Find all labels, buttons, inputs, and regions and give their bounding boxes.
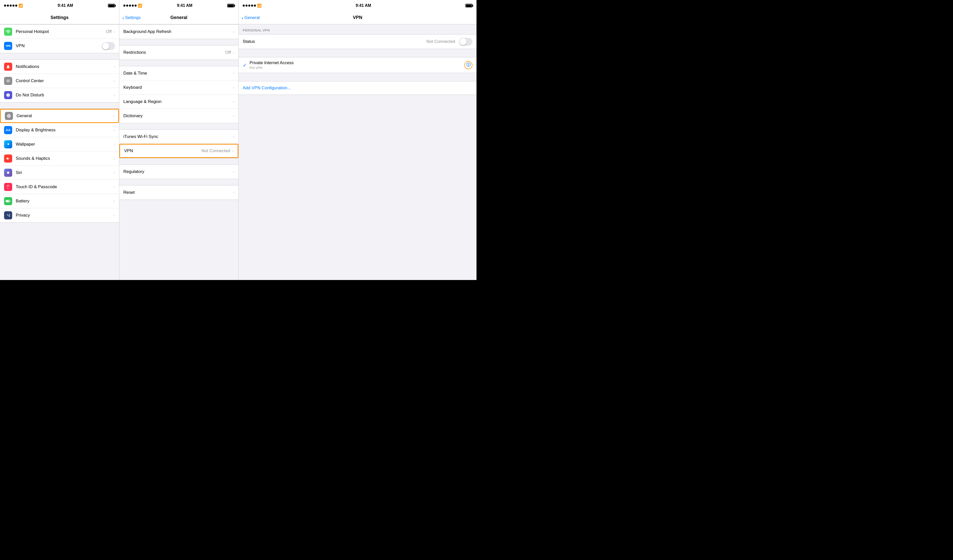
- regulatory-label: Regulatory: [123, 169, 233, 174]
- dot4: [12, 5, 14, 6]
- dot2: [7, 5, 9, 6]
- vpn-toggle[interactable]: [102, 42, 115, 50]
- date-time-label: Date & Time: [123, 71, 233, 76]
- keyboard-chevron: ›: [233, 85, 234, 90]
- itunes-wifi-item[interactable]: iTunes Wi-Fi Sync ›: [120, 130, 238, 144]
- privacy-label: Privacy: [16, 213, 114, 218]
- battery-icon-1: [108, 4, 115, 7]
- vpn-status-value: Not Connected: [427, 39, 455, 44]
- siri-item[interactable]: Siri ›: [0, 166, 119, 180]
- gdot4: [132, 5, 134, 6]
- control-center-item[interactable]: Control Center ›: [0, 74, 119, 88]
- language-region-item[interactable]: Language & Region ›: [120, 94, 238, 109]
- vpn-label: VPN: [16, 43, 100, 48]
- background-refresh-item[interactable]: Background App Refresh ›: [120, 25, 238, 39]
- settings-group-2: Notifications › Control Center › Do Not …: [0, 59, 119, 102]
- vpn-general-item[interactable]: VPN Not Connected ›: [120, 144, 238, 158]
- back-arrow-3: ‹: [242, 15, 244, 20]
- personal-hotspot-item[interactable]: Personal Hotspot Off ›: [0, 25, 119, 39]
- vpn-list[interactable]: PERSONAL VPN Status Not Connected ✓ Priv…: [239, 24, 476, 280]
- status-bar-1: 📶 9:41 AM: [0, 0, 119, 11]
- general-item[interactable]: General ›: [0, 109, 119, 123]
- back-arrow-2: ‹: [123, 15, 124, 20]
- general-group-6: Reset ›: [120, 185, 238, 200]
- status-right-1: [108, 4, 115, 7]
- siri-chevron: ›: [114, 170, 115, 175]
- battery-chevron: ›: [114, 199, 115, 203]
- add-vpn-button[interactable]: Add VPN Configuration...: [239, 81, 476, 95]
- restrictions-value: Off: [225, 50, 231, 55]
- display-label: Display & Brightness: [16, 128, 114, 133]
- vpn-status-item[interactable]: Status Not Connected: [239, 34, 476, 49]
- general-group-4: iTunes Wi-Fi Sync › VPN Not Connected ›: [120, 129, 238, 158]
- dnd-icon: [4, 91, 12, 99]
- settings-list[interactable]: Personal Hotspot Off › VPN VPN Notificat…: [0, 24, 119, 280]
- general-list[interactable]: Background App Refresh › Restrictions Of…: [120, 24, 238, 280]
- date-time-item[interactable]: Date & Time ›: [120, 66, 238, 80]
- regulatory-chevron: ›: [233, 169, 234, 174]
- notifications-item[interactable]: Notifications ›: [0, 60, 119, 74]
- vpn-back-button[interactable]: ‹ General: [242, 15, 260, 20]
- vpn-status-toggle[interactable]: [459, 38, 472, 46]
- ggap-2: [120, 60, 238, 66]
- reset-item[interactable]: Reset ›: [120, 186, 238, 200]
- battery-item[interactable]: Battery ›: [0, 194, 119, 208]
- pia-info-button[interactable]: ⓘ: [464, 61, 472, 69]
- dnd-chevron: ›: [114, 93, 115, 97]
- siri-label: Siri: [16, 170, 114, 175]
- keyboard-item[interactable]: Keyboard ›: [120, 80, 238, 94]
- settings-panel: 📶 9:41 AM Settings Personal Hotspot Off …: [0, 0, 120, 280]
- privacy-item[interactable]: Privacy ›: [0, 208, 119, 223]
- gdot5: [135, 5, 137, 6]
- wifi-icon-2: 📶: [138, 3, 142, 8]
- battery-fill-1: [109, 5, 114, 7]
- display-icon: AA: [4, 126, 12, 134]
- dnd-label: Do Not Disturb: [16, 93, 114, 97]
- general-group-2: Restrictions Off ›: [120, 45, 238, 60]
- notifications-icon: [4, 63, 12, 71]
- vdot1: [243, 5, 245, 6]
- wifi-icon-3: 📶: [257, 3, 261, 8]
- signal-dots-1: [4, 5, 17, 6]
- dot5: [15, 5, 17, 6]
- general-group-3: Date & Time › Keyboard › Language & Regi…: [120, 66, 238, 123]
- touchid-item[interactable]: Touch ID & Passcode ›: [0, 180, 119, 194]
- status-time-3: 9:41 AM: [355, 3, 371, 8]
- vpn-status-knob: [460, 38, 467, 45]
- pia-vpn-row[interactable]: ✓ Private Internet Access PIA VPN ⓘ: [239, 57, 476, 73]
- vpn-item[interactable]: VPN VPN: [0, 39, 119, 53]
- sounds-item[interactable]: Sounds & Haptics ›: [0, 152, 119, 166]
- vpn-icon: VPN: [4, 42, 12, 50]
- vpn-toggle-knob: [102, 43, 109, 50]
- signal-dots-2: [123, 5, 137, 6]
- status-bar-3: 📶 9:41 AM: [239, 0, 476, 11]
- general-back-button[interactable]: ‹ Settings: [123, 15, 141, 20]
- notifications-chevron: ›: [114, 64, 115, 69]
- general-back-label: Settings: [125, 15, 141, 20]
- display-brightness-item[interactable]: AA Display & Brightness ›: [0, 123, 119, 137]
- vdot2: [245, 5, 248, 6]
- display-chevron: ›: [114, 128, 115, 132]
- wallpaper-item[interactable]: ✦ Wallpaper ›: [0, 137, 119, 152]
- vpn-general-label: VPN: [124, 149, 201, 153]
- hotspot-label: Personal Hotspot: [16, 29, 106, 34]
- restrictions-item[interactable]: Restrictions Off ›: [120, 45, 238, 60]
- regulatory-item[interactable]: Regulatory ›: [120, 165, 238, 179]
- svg-point-0: [7, 172, 9, 174]
- status-left-3: 📶: [243, 3, 261, 8]
- wallpaper-icon: ✦: [4, 140, 12, 149]
- vgap-1: [239, 49, 476, 55]
- vpn-status-row[interactable]: Status Not Connected: [239, 34, 476, 49]
- vpn-general-chevron: ›: [232, 149, 234, 153]
- dnd-item[interactable]: Do Not Disturb ›: [0, 88, 119, 102]
- vdot3: [248, 5, 250, 6]
- gap-2: [0, 102, 119, 108]
- dictionary-chevron: ›: [233, 114, 234, 118]
- control-center-label: Control Center: [16, 78, 114, 84]
- ggap-5: [120, 179, 238, 185]
- language-label: Language & Region: [123, 99, 233, 104]
- siri-icon: [4, 169, 12, 177]
- pia-name: Private Internet Access: [250, 60, 464, 65]
- touchid-icon: [4, 183, 12, 191]
- dictionary-item[interactable]: Dictionary ›: [120, 109, 238, 123]
